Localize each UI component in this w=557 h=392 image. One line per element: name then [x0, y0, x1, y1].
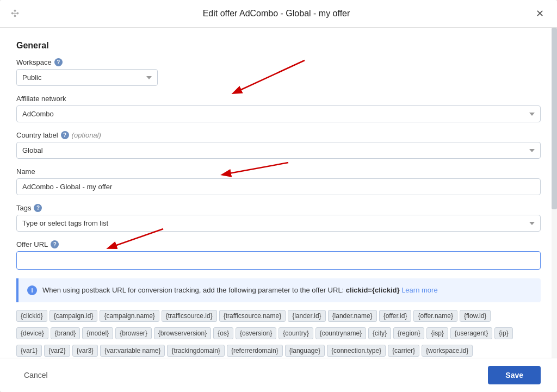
workspace-help-icon[interactable]: ? — [54, 58, 63, 66]
section-general-title: General — [16, 41, 541, 51]
token-badge[interactable]: {connection.type} — [327, 345, 386, 357]
token-badge[interactable]: {lander.id} — [288, 310, 325, 322]
token-badge[interactable]: {campaign.name} — [100, 310, 159, 322]
token-badge[interactable]: {offer.name} — [413, 310, 457, 322]
token-badge[interactable]: {var2} — [44, 345, 70, 357]
token-badge[interactable]: {countryname} — [315, 327, 366, 339]
affiliate-network-group: Affiliate network AdCombo — [16, 95, 541, 122]
save-button[interactable]: Save — [488, 366, 541, 384]
tokens-row1: {clickid}{campaign.id}{campaign.name}{tr… — [16, 310, 541, 322]
token-badge[interactable]: {var:variable name} — [100, 345, 165, 357]
token-badge[interactable]: {brand} — [51, 327, 81, 339]
modal-header: ✣ Edit offer AdCombo - Global - my offer… — [0, 0, 557, 28]
tokens-row3: {var1}{var2}{var3}{var:variable name}{tr… — [16, 345, 541, 357]
token-badge[interactable]: {language} — [285, 345, 325, 357]
tags-select[interactable]: Type or select tags from list — [16, 215, 541, 232]
token-badge[interactable]: {offer.id} — [379, 310, 412, 322]
info-box: i When using postback URL for conversion… — [16, 278, 541, 302]
token-badge[interactable]: {referrerdomain} — [227, 345, 283, 357]
info-icon: i — [27, 285, 37, 295]
offer-url-label: Offer URL ? — [16, 240, 541, 248]
token-badge[interactable]: {country} — [278, 327, 313, 339]
offer-url-help-icon[interactable]: ? — [51, 240, 59, 248]
token-badge[interactable]: {workspace.id} — [422, 345, 473, 357]
workspace-group: Workspace ? Public Private — [16, 58, 541, 86]
modal-body: General Workspace ? Public Private Affil… — [0, 28, 557, 358]
token-badge[interactable]: {browser} — [115, 327, 152, 339]
offer-url-input[interactable] — [16, 251, 541, 270]
tags-help-icon[interactable]: ? — [34, 204, 42, 212]
token-badge[interactable]: {city} — [368, 327, 391, 339]
workspace-label: Workspace ? — [16, 58, 541, 66]
token-badge[interactable]: {model} — [82, 327, 113, 339]
tags-label: Tags ? — [16, 204, 541, 212]
token-badge[interactable]: {region} — [393, 327, 424, 339]
token-badge[interactable]: {device} — [16, 327, 48, 339]
modal-title: Edit offer AdCombo - Global - my offer — [19, 9, 534, 18]
info-text: When using postback URL for conversion t… — [42, 285, 438, 296]
offer-url-group: Offer URL ? — [16, 240, 541, 270]
cancel-button[interactable]: Cancel — [16, 367, 55, 383]
token-badge[interactable]: {lander.name} — [328, 310, 377, 322]
info-bold-part: clickid={clickid} — [346, 286, 400, 294]
token-badge[interactable]: {useragent} — [450, 327, 492, 339]
token-badge[interactable]: {var3} — [72, 345, 98, 357]
learn-more-link[interactable]: Learn more — [401, 286, 437, 294]
name-input[interactable] — [16, 178, 541, 195]
tags-group: Tags ? Type or select tags from list — [16, 204, 541, 232]
token-badge[interactable]: {ip} — [494, 327, 512, 339]
token-badge[interactable]: {browserversion} — [154, 327, 211, 339]
token-badge[interactable]: {trafficsource.id} — [162, 310, 217, 322]
tokens-row2: {device}{brand}{model}{browser}{browserv… — [16, 327, 541, 339]
token-badge[interactable]: {carrier} — [388, 345, 419, 357]
token-badge[interactable]: {isp} — [426, 327, 448, 339]
scrollbar-thumb[interactable] — [552, 28, 557, 209]
name-group: Name — [16, 167, 541, 195]
token-badge[interactable]: {trackingdomain} — [167, 345, 224, 357]
token-badge[interactable]: {clickid} — [16, 310, 47, 322]
country-label-help-icon[interactable]: ? — [61, 131, 69, 139]
close-button[interactable]: ✕ — [534, 8, 546, 20]
country-label-group: Country label ? (optional) Global — [16, 131, 541, 159]
scrollbar-track — [552, 28, 557, 358]
token-badge[interactable]: {os} — [213, 327, 233, 339]
affiliate-network-select[interactable]: AdCombo — [16, 105, 541, 122]
drag-handle[interactable]: ✣ — [11, 8, 19, 20]
token-badge[interactable]: {var1} — [16, 345, 42, 357]
affiliate-network-label: Affiliate network — [16, 95, 541, 103]
country-label-select[interactable]: Global — [16, 142, 541, 159]
token-badge[interactable]: {trafficsource.name} — [219, 310, 286, 322]
country-label-label: Country label ? (optional) — [16, 131, 541, 139]
name-label: Name — [16, 167, 541, 176]
modal-footer: Cancel Save — [0, 358, 557, 392]
token-badge[interactable]: {osversion} — [236, 327, 276, 339]
token-badge[interactable]: {campaign.id} — [49, 310, 98, 322]
workspace-select[interactable]: Public Private — [16, 69, 158, 86]
modal: ✣ Edit offer AdCombo - Global - my offer… — [0, 0, 557, 392]
token-badge[interactable]: {flow.id} — [460, 310, 491, 322]
